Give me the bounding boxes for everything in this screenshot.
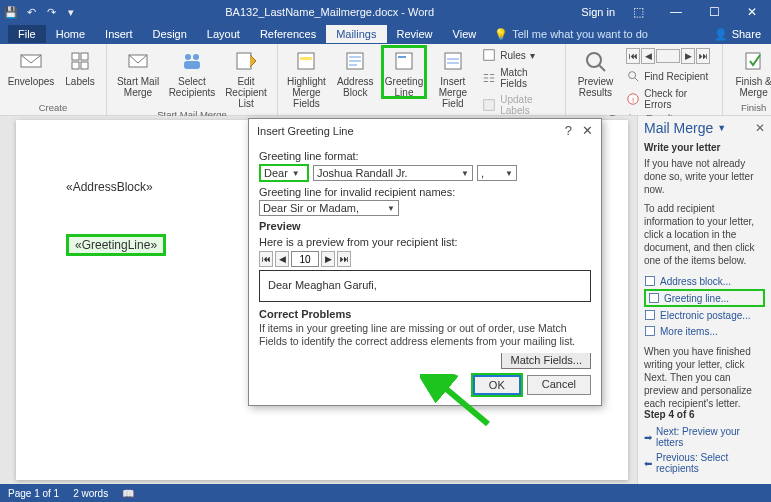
redo-icon[interactable]: ↷: [44, 5, 58, 19]
update-labels-button: Update Labels: [479, 92, 558, 118]
tab-mailings[interactable]: Mailings: [326, 25, 386, 43]
find-recipient-button[interactable]: Find Recipient: [623, 67, 715, 85]
preview-nav: ⏮◀▶⏭ Find Recipient !Check for Errors: [623, 46, 715, 112]
dialog-title: Insert Greeting Line: [257, 125, 354, 137]
minimize-button[interactable]: —: [661, 5, 691, 19]
svg-rect-21: [484, 50, 495, 61]
pane-close-button[interactable]: ✕: [755, 121, 765, 135]
previous-step-link[interactable]: ⬅ Previous: Select recipients: [644, 450, 765, 476]
tab-review[interactable]: Review: [387, 25, 443, 43]
invalid-greeting-select[interactable]: Dear Sir or Madam,▼: [259, 200, 399, 216]
restore-button[interactable]: ☐: [699, 5, 729, 19]
select-recipients-button[interactable]: Select Recipients: [167, 46, 217, 98]
mail-merge-pane: Mail Merge▼✕ Write your letter If you ha…: [637, 116, 771, 484]
highlight-fields-button[interactable]: Highlight Merge Fields: [284, 46, 329, 109]
salutation-select[interactable]: Dear▼: [259, 164, 309, 182]
edit-recipient-button[interactable]: Edit Recipient List: [221, 46, 271, 109]
close-button[interactable]: ✕: [737, 5, 767, 19]
greeting-line-button[interactable]: Greeting Line: [382, 46, 427, 98]
svg-rect-11: [300, 57, 312, 60]
qat-customize-icon[interactable]: ▾: [64, 5, 78, 19]
save-icon[interactable]: 💾: [4, 5, 18, 19]
greeting-line-field[interactable]: «GreetingLine»: [66, 234, 166, 256]
last-record-button[interactable]: ⏭: [337, 251, 351, 267]
preview-heading: Preview: [259, 220, 591, 232]
step-label: Step 4 of 6: [644, 409, 765, 420]
finish-icon: [740, 48, 768, 74]
pane-text-1: If you have not already done so, write y…: [644, 157, 765, 196]
pane-title: Mail Merge▼✕: [644, 120, 765, 136]
svg-point-6: [185, 54, 191, 60]
envelopes-button[interactable]: Envelopes: [6, 46, 56, 87]
tell-me-input[interactable]: 💡 Tell me what you want to do: [494, 28, 703, 41]
svg-rect-16: [396, 53, 412, 69]
tab-references[interactable]: References: [250, 25, 326, 43]
start-mail-merge-button[interactable]: Start Mail Merge: [113, 46, 163, 98]
svg-rect-2: [81, 53, 88, 60]
undo-icon[interactable]: ↶: [24, 5, 38, 19]
tab-file[interactable]: File: [8, 25, 46, 43]
pane-text-2: To add recipient information to your let…: [644, 202, 765, 267]
insert-merge-field-button[interactable]: Insert Merge Field: [430, 46, 475, 109]
spellcheck-icon[interactable]: 📖: [122, 488, 134, 499]
ribbon-options-icon[interactable]: ⬚: [623, 5, 653, 19]
mail-merge-icon: [124, 48, 152, 74]
prev-record-button[interactable]: ◀: [275, 251, 289, 267]
svg-rect-1: [72, 53, 79, 60]
svg-rect-9: [237, 53, 251, 69]
correct-heading: Correct Problems: [259, 308, 591, 320]
record-number-input[interactable]: [291, 251, 319, 267]
preview-results-button[interactable]: Preview Results: [572, 46, 620, 98]
preview-box: Dear Meaghan Garufi,: [259, 270, 591, 302]
tab-design[interactable]: Design: [143, 25, 197, 43]
ribbon: Envelopes Labels Create Start Mail Merge…: [0, 44, 771, 116]
svg-rect-22: [484, 100, 495, 111]
check-errors-button[interactable]: !Check for Errors: [623, 86, 715, 112]
match-fields-dialog-button[interactable]: Match Fields...: [501, 353, 591, 369]
page-indicator[interactable]: Page 1 of 1: [8, 488, 59, 499]
finish-merge-button[interactable]: Finish & Merge: [729, 46, 771, 98]
svg-rect-18: [445, 53, 461, 69]
ok-button[interactable]: OK: [473, 375, 521, 395]
sign-in-link[interactable]: Sign in: [581, 6, 615, 18]
electronic-postage-link[interactable]: Electronic postage...: [644, 307, 765, 323]
tab-view[interactable]: View: [443, 25, 487, 43]
match-fields-button[interactable]: Match Fields: [479, 65, 558, 91]
status-bar: Page 1 of 1 2 words 📖: [0, 484, 771, 502]
group-create-label: Create: [6, 102, 100, 115]
name-format-select[interactable]: Joshua Randall Jr.▼: [313, 165, 473, 181]
svg-rect-4: [81, 62, 88, 69]
invalid-label: Greeting line for invalid recipient name…: [259, 186, 591, 198]
tab-insert[interactable]: Insert: [95, 25, 143, 43]
format-label: Greeting line format:: [259, 150, 591, 162]
dialog-help-button[interactable]: ?: [565, 123, 572, 138]
svg-point-25: [629, 72, 636, 79]
address-block-field[interactable]: «AddressBlock»: [66, 180, 153, 194]
rules-button[interactable]: Rules ▾: [479, 46, 558, 64]
more-items-link[interactable]: More items...: [644, 323, 765, 339]
greeting-line-link[interactable]: Greeting line...: [644, 289, 765, 307]
next-record-button[interactable]: ▶: [321, 251, 335, 267]
next-step-link[interactable]: ➡ Next: Preview your letters: [644, 424, 765, 450]
cancel-button[interactable]: Cancel: [527, 375, 591, 395]
dialog-close-button[interactable]: ✕: [582, 123, 593, 138]
greeting-line-icon: [390, 48, 418, 74]
first-record-button[interactable]: ⏮: [259, 251, 273, 267]
address-block-icon: [341, 48, 369, 74]
share-button[interactable]: 👤 Share: [704, 28, 771, 41]
tab-layout[interactable]: Layout: [197, 25, 250, 43]
address-block-link[interactable]: Address block...: [644, 273, 765, 289]
svg-rect-3: [72, 62, 79, 69]
word-count[interactable]: 2 words: [73, 488, 108, 499]
preview-icon: [581, 48, 609, 74]
svg-text:!: !: [632, 96, 634, 105]
record-nav[interactable]: ⏮◀▶⏭: [623, 46, 715, 66]
labels-button[interactable]: Labels: [60, 46, 100, 87]
address-block-button[interactable]: Address Block: [333, 46, 378, 98]
svg-rect-8: [184, 61, 200, 69]
svg-line-26: [635, 78, 639, 82]
punctuation-select[interactable]: ,▼: [477, 165, 517, 181]
preview-nav-row: ⏮ ◀ ▶ ⏭: [259, 251, 591, 267]
pane-text-3: When you have finished writing your lett…: [644, 345, 765, 410]
tab-home[interactable]: Home: [46, 25, 95, 43]
